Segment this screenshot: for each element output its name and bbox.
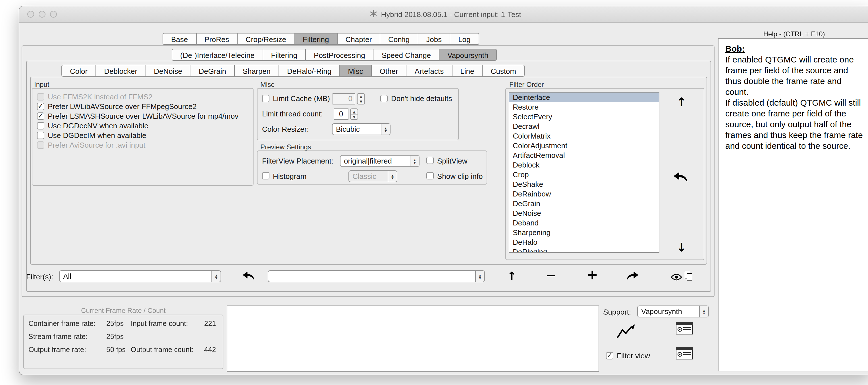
tab-line[interactable]: Line	[452, 65, 483, 77]
dont-hide-defaults-checkbox[interactable]	[380, 95, 388, 102]
limit-cache-checkbox[interactable]	[262, 95, 270, 102]
list-item-decrawl[interactable]: Decrawl	[509, 121, 659, 131]
filters-preview-button[interactable]	[671, 274, 682, 282]
checkbox-row-dgdecnv[interactable]: Use DGDecNV when available	[37, 121, 248, 131]
filter-view-row[interactable]: Filter view	[606, 351, 650, 360]
filterview-placement-select[interactable]: original|filtered ▴▾	[340, 155, 420, 167]
filter-order-reset-button[interactable]	[673, 172, 688, 184]
stepper-down-icon[interactable]: ▼	[351, 114, 358, 119]
filters-undo-button[interactable]	[242, 271, 255, 283]
dgdecnv-checkbox[interactable]	[37, 122, 44, 130]
filters-select[interactable]: All ▴▾	[59, 270, 221, 282]
tab-artefacts[interactable]: Artefacts	[406, 65, 453, 77]
list-item-sharpening[interactable]: Sharpening	[509, 228, 659, 237]
list-item-coloradjustment[interactable]: ColorAdjustment	[509, 141, 659, 150]
filter-order-up-button[interactable]: ↑	[676, 95, 686, 109]
avisource-checkbox[interactable]	[37, 141, 44, 149]
checkbox-row-ffms2k[interactable]: Use FFMS2K instead of FFMS2	[37, 92, 248, 102]
frame-chart-button[interactable]	[616, 324, 637, 341]
limit-cache-value[interactable]: 0	[333, 93, 355, 104]
tab-deblocker[interactable]: Deblocker	[95, 65, 146, 77]
splitview-checkbox[interactable]	[426, 157, 434, 164]
limit-threads-stepper[interactable]: ▲▼	[350, 108, 358, 120]
tab-jobs[interactable]: Jobs	[417, 33, 450, 45]
stepper-up-icon[interactable]: ▲	[351, 109, 358, 114]
checkbox-row-lwlibav[interactable]: Prefer LWLibAVSource over FFMpegSource2	[37, 102, 248, 111]
list-item-deshake[interactable]: DeShake	[509, 179, 659, 189]
filters-redo-button[interactable]	[626, 271, 639, 283]
chevron-updown-icon[interactable]: ▴▾	[475, 271, 484, 282]
list-item-deblock[interactable]: Deblock	[509, 160, 659, 170]
tab-log[interactable]: Log	[450, 33, 479, 45]
tab-speed-change[interactable]: Speed Change	[373, 49, 440, 61]
filter-order-list[interactable]: Deinterlace Restore SelectEvery Decrawl …	[509, 92, 659, 253]
stepper-up-icon[interactable]: ▲	[358, 94, 364, 99]
tab-deinterlace-telecine[interactable]: (De-)Interlace/Telecine	[172, 49, 263, 61]
chevron-updown-icon[interactable]: ▴▾	[212, 271, 221, 282]
checkbox-row-dgdecim[interactable]: Use DGDecIM when available	[37, 131, 248, 140]
filters-move-up-button[interactable]: ↑	[507, 269, 517, 283]
tab-chapter[interactable]: Chapter	[337, 33, 380, 45]
list-item-deband[interactable]: Deband	[509, 218, 659, 228]
tab-config[interactable]: Config	[380, 33, 418, 45]
stepper-down-icon[interactable]: ▼	[358, 99, 364, 104]
tab-postprocessing[interactable]: PostProcessing	[305, 49, 374, 61]
limit-cache-stepper[interactable]: ▲▼	[357, 93, 365, 104]
ffms2k-checkbox[interactable]	[37, 93, 44, 101]
support-select[interactable]: Vapoursynth ▴▾	[637, 306, 709, 317]
list-item-selectevery[interactable]: SelectEvery	[509, 112, 659, 121]
checkbox-row-avisource[interactable]: Prefer AviSource for .avi input	[37, 140, 248, 150]
dgdecim-checkbox[interactable]	[37, 132, 44, 139]
chevron-updown-icon[interactable]: ▴▾	[699, 306, 708, 317]
log-textarea[interactable]	[227, 306, 599, 372]
filter-view-checkbox[interactable]	[606, 352, 613, 359]
tab-degrain[interactable]: DeGrain	[190, 65, 235, 77]
lwlibav-checkbox[interactable]	[37, 103, 44, 110]
color-resizer-select[interactable]: Bicubic ▴▾	[332, 123, 391, 135]
lsmash-checkbox[interactable]	[37, 112, 44, 120]
chevron-updown-icon[interactable]: ▴▾	[410, 155, 419, 166]
custom-filter-select[interactable]: ▴▾	[268, 270, 485, 282]
tab-dehalo-ring[interactable]: DeHalo/-Ring	[279, 65, 340, 77]
list-item-derainbow[interactable]: DeRainbow	[509, 189, 659, 199]
filters-copy-button[interactable]	[684, 272, 693, 283]
tab-base[interactable]: Base	[162, 33, 196, 45]
show-clip-info-checkbox[interactable]	[426, 172, 434, 179]
tab-crop-resize[interactable]: Crop/Resize	[237, 33, 295, 45]
tab-custom[interactable]: Custom	[482, 65, 525, 77]
filters-remove-button[interactable]: −	[546, 268, 556, 282]
list-item-artifactremoval[interactable]: ArtifactRemoval	[509, 150, 659, 160]
chevron-updown-icon[interactable]: ▴▾	[381, 124, 390, 135]
tab-filtering[interactable]: Filtering	[294, 33, 338, 45]
tab-other[interactable]: Other	[371, 65, 407, 77]
tab-color[interactable]: Color	[61, 65, 96, 77]
help-panel[interactable]: Bob: If enabled QTGMC will create one fr…	[718, 38, 868, 372]
filter-order-group: Deinterlace Restore SelectEvery Decrawl …	[505, 88, 704, 260]
tab-filtering-sub[interactable]: Filtering	[262, 49, 306, 61]
title-bar[interactable]: Hybrid 2018.08.05.1 - Current input: 1-T…	[19, 6, 868, 23]
vapoursynth-tab-bar: Color Deblocker DeNoise DeGrain Sharpen …	[61, 65, 525, 77]
list-item-colormatrix[interactable]: ColorMatrix	[509, 131, 659, 141]
tab-prores[interactable]: ProRes	[196, 33, 238, 45]
list-item-denoise[interactable]: DeNoise	[509, 208, 659, 218]
list-item-degrain[interactable]: DeGrain	[509, 199, 659, 208]
window-title-area: Hybrid 2018.08.05.1 - Current input: 1-T…	[19, 6, 868, 22]
list-item-dehalo[interactable]: DeHalo	[509, 237, 659, 247]
filter-preview-bottom-button[interactable]	[676, 347, 693, 361]
checkbox-row-lsmash[interactable]: Prefer LSMASHSource over LWLibAVSource f…	[37, 111, 248, 121]
list-item-deringing[interactable]: DeRinging	[509, 247, 659, 253]
help-title: Help - (CTRL + F10)	[718, 30, 868, 38]
tab-misc[interactable]: Misc	[339, 65, 371, 77]
filter-preview-top-button[interactable]	[676, 322, 693, 336]
histogram-mode-select[interactable]: Classic ▴▾	[348, 170, 397, 182]
list-item-crop[interactable]: Crop	[509, 170, 659, 179]
histogram-checkbox[interactable]	[262, 172, 270, 179]
tab-vapoursynth[interactable]: Vapoursynth	[439, 49, 497, 61]
filters-add-button[interactable]: +	[587, 267, 598, 283]
tab-denoise[interactable]: DeNoise	[145, 65, 191, 77]
list-item-restore[interactable]: Restore	[509, 102, 659, 112]
limit-threads-value[interactable]: 0	[334, 108, 348, 120]
tab-sharpen[interactable]: Sharpen	[234, 65, 279, 77]
filter-order-down-button[interactable]: ↓	[676, 241, 686, 254]
list-item-deinterlace[interactable]: Deinterlace	[509, 93, 659, 102]
